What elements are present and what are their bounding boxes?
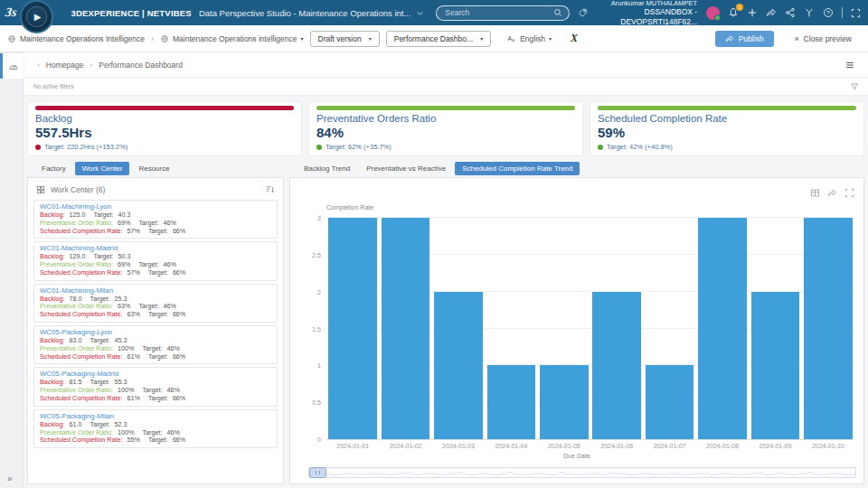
chart-bar[interactable] [804,218,853,439]
chart-bar[interactable] [328,218,377,439]
share-button[interactable] [785,7,796,18]
scheduled-completion-rate-value: 63% [127,311,140,319]
tab-trend-2[interactable]: Scheduled Completion Rate Trend [455,162,580,175]
user-info[interactable]: Arunkumar MUTHALAMPET DSSANDBOX - DEVOPS… [588,0,697,26]
chart-bar[interactable] [646,365,694,439]
page-dropdown[interactable]: Performance Dashbo... ▾ [386,31,491,47]
brush-sparkline [309,468,855,477]
workspace-label: Maintenance Operations Intelligence [20,34,145,43]
tab-trend-1[interactable]: Preventative vs Reactive [359,162,453,175]
target-label: Target: [148,269,168,277]
rail-dashboard-item[interactable] [0,53,24,79]
language-dropdown[interactable]: Aa English ▾ [506,33,552,43]
version-dropdown[interactable]: Draft version ▾ [310,31,380,47]
chart-zoom-brush-track[interactable] [308,467,856,478]
target-label: Target: [148,228,168,236]
scheduled-completion-rate-label: Scheduled Completion Rate: [40,353,123,361]
chart-fullscreen-button[interactable] [844,185,854,202]
page-label: Performance Dashbo... [394,34,473,43]
target-label: Target: [148,353,168,361]
close-preview-label: Close preview [804,34,852,43]
x-logo[interactable]: X [571,32,578,45]
work-center-item[interactable]: WC01-Machining-MilanBacklog:78.0Target:2… [33,284,278,323]
kpi-card-1: Preventative Orders Ratio84%Target: 62% … [308,101,583,156]
chart-bar[interactable] [434,292,483,439]
chart-bar[interactable] [592,292,641,439]
chart-bar[interactable] [751,292,800,439]
tab-trend-0[interactable]: Backlog Trend [297,162,357,175]
notifications-button[interactable]: 1 [728,7,739,18]
work-center-item[interactable]: WC05-Packaging-MadridBacklog:81.5Target:… [33,367,278,406]
page-chevron-down-icon: ▾ [480,35,483,42]
breadcrumb-separator: › [151,34,154,43]
kpi-target-text: Target: 220.2Hrs (+153.2%) [44,143,127,151]
trend-tabs: Backlog TrendPreventative vs ReactiveSch… [289,160,864,177]
forward-button[interactable] [766,7,777,18]
chart-zoom-brush-handle[interactable] [309,467,326,478]
scheduled-completion-rate-value: 55% [127,436,140,445]
breadcrumb-homepage[interactable]: Homepage [46,61,84,70]
crumb-chevron: › [90,61,92,70]
kpi-status-bar [316,106,575,110]
y-tick-label: 0.5 [297,399,321,406]
work-center-item[interactable]: WC05-Packaging-MilanBacklog:61.0Target:5… [33,409,278,448]
chart-table-view-button[interactable] [810,185,820,202]
funnel-icon [850,82,859,91]
breadcrumb-app[interactable]: Maintenance Operations intelligence ▾ [160,34,304,43]
work-center-name: WC01-Machining-Madrid [40,244,271,252]
active-filters-label: No active filters [33,83,73,89]
breadcrumb-performance-dashboard[interactable]: Performance Dashboard [99,61,183,70]
chart-bar[interactable] [382,218,430,439]
close-icon: × [795,34,799,43]
trend-column: Backlog TrendPreventative vs ReactiveSch… [289,160,864,484]
language-label: English [520,34,545,43]
tag-icon[interactable] [578,8,588,18]
tab-entity-0[interactable]: Factory [34,162,73,175]
work-center-item[interactable]: WC01-Machining-LyonBacklog:125.0Target:4… [33,200,278,239]
chart-bar[interactable] [540,365,589,439]
metric-row-scheduled-completion-rate: Scheduled Completion Rate:63%Target:66% [40,311,271,319]
publish-button[interactable]: Publish [715,31,774,47]
scheduled-completion-rate-value: 61% [127,395,140,403]
export-arrow-icon [827,188,837,198]
fullscreen-button[interactable] [851,8,861,18]
chart-bar[interactable] [698,218,747,439]
chart-fullscreen-icon [844,188,854,198]
work-center-item[interactable]: WC05-Packaging-LyonBacklog:83.0Target:45… [33,325,278,364]
page-menu-button[interactable] [844,60,855,70]
add-button[interactable] [747,7,758,18]
scheduled-completion-rate-value: 61% [127,353,140,361]
chart-toolbar [810,185,854,202]
tab-entity-2[interactable]: Resource [131,162,176,175]
rail-expand-button[interactable]: » [7,474,13,483]
3dexperience-compass-icon[interactable]: ▶ [20,0,53,33]
apps-button[interactable] [804,7,815,18]
chart-export-button[interactable] [827,185,837,202]
global-search[interactable] [436,5,569,21]
user-avatar[interactable] [706,6,720,20]
breadcrumb-workspace[interactable]: Maintenance Operations Intelligence [7,34,145,43]
kpi-status-dot [35,145,41,150]
close-preview-button[interactable]: × Close preview [795,34,852,43]
notification-badge: 1 [736,4,743,11]
version-label: Draft version [318,34,362,43]
search-input[interactable] [443,7,552,18]
x-tick-label: 2024-01-04 [495,443,527,449]
x-tick-label: 2024-01-06 [600,443,633,449]
3ds-logo[interactable]: 3s [5,5,18,20]
work-center-item[interactable]: WC01-Machining-MadridBacklog:129.0Target… [33,241,278,280]
topbar-divider [842,7,843,18]
y-tick-label: 1 [297,362,321,369]
filter-button[interactable] [850,82,859,91]
x-tick-label: 2024-01-02 [390,443,422,449]
crumb-chevron: › [37,61,40,70]
metric-row-scheduled-completion-rate: Scheduled Completion Rate:55%Target:66% [40,436,271,445]
metric-row-scheduled-completion-rate: Scheduled Completion Rate:61%Target:66% [40,395,271,403]
sort-button[interactable] [265,184,275,194]
tab-entity-1[interactable]: Work Center [75,162,130,175]
dashboard-panels: FactoryWork CenterResource Work Center (… [24,156,868,484]
grid-icon [36,185,45,194]
title-chevron-down-icon[interactable] [416,9,424,17]
chart-bar[interactable] [487,365,536,439]
help-button[interactable]: ? [823,7,834,18]
